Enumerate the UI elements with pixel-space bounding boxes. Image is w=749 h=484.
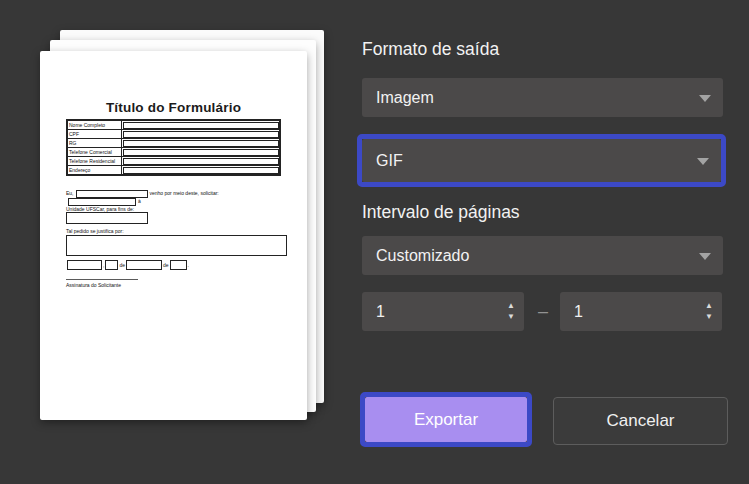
field-box (122, 130, 281, 139)
form-small-input-box (66, 212, 148, 224)
subformat-select-focus-ring: GIF (357, 134, 726, 187)
form-request-text: Eu,venho por meio deste, solicitar:à Uni… (66, 190, 287, 213)
page-to-spinner[interactable]: 1 ▲ ▼ (560, 292, 722, 331)
export-button-focus-ring: Exportar (360, 392, 532, 447)
spinner-up-icon[interactable]: ▲ (507, 302, 515, 310)
table-row: Telefone Residencial (67, 157, 280, 166)
preview-page-front: Título do Formulário Nome Completo CPF R… (40, 51, 307, 420)
form-title: Título do Formulário (40, 100, 307, 115)
chevron-down-icon[interactable] (697, 158, 709, 165)
format-select[interactable]: Imagem (362, 78, 723, 117)
table-row: RG (67, 139, 280, 148)
field-label: Telefone Comercial (67, 148, 122, 157)
form-signature-block: Assinatura do Solicitante (66, 279, 138, 288)
subformat-select-value: GIF (362, 152, 403, 170)
chevron-down-icon[interactable] (699, 253, 711, 260)
field-box (122, 120, 281, 130)
table-row: Telefone Comercial (67, 148, 280, 157)
field-box (122, 166, 281, 176)
field-label: Endereço (67, 166, 122, 176)
field-box (122, 139, 281, 148)
spinner-up-icon[interactable]: ▲ (705, 302, 713, 310)
form-justify-box (66, 235, 287, 256)
chevron-down-icon[interactable] (699, 95, 711, 102)
page-from-spinner[interactable]: 1 ▲ ▼ (362, 292, 524, 331)
form-date-row: ,dede. (66, 260, 189, 270)
format-select-value: Imagem (362, 89, 434, 107)
field-label: RG (67, 139, 122, 148)
field-label: Nome Completo (67, 120, 122, 130)
form-fields-table: Nome Completo CPF RG Telefone Comercial … (66, 119, 281, 176)
table-row: Endereço (67, 166, 280, 176)
page-to-value: 1 (560, 303, 583, 321)
field-box (122, 148, 281, 157)
spinner-down-icon[interactable]: ▼ (507, 313, 515, 321)
range-dash: – (531, 292, 555, 331)
range-mode-select[interactable]: Customizado (362, 236, 723, 275)
field-label: CPF (67, 130, 122, 139)
page-range-label: Intervalo de páginas (362, 202, 520, 223)
export-button[interactable]: Exportar (365, 397, 527, 442)
range-mode-select-value: Customizado (362, 247, 469, 265)
field-label: Telefone Residencial (67, 157, 122, 166)
field-box (122, 157, 281, 166)
output-format-label: Formato de saída (362, 39, 499, 60)
table-row: CPF (67, 130, 280, 139)
page-from-value: 1 (362, 303, 385, 321)
signature-label: Assinatura do Solicitante (66, 282, 138, 288)
cancel-button[interactable]: Cancelar (553, 397, 728, 445)
signature-line (66, 279, 138, 280)
spinner-down-icon[interactable]: ▼ (705, 313, 713, 321)
table-row: Nome Completo (67, 120, 280, 130)
subformat-select[interactable]: GIF (362, 139, 721, 182)
form-justify-label: Tal pedido se justifica por: (66, 228, 124, 234)
